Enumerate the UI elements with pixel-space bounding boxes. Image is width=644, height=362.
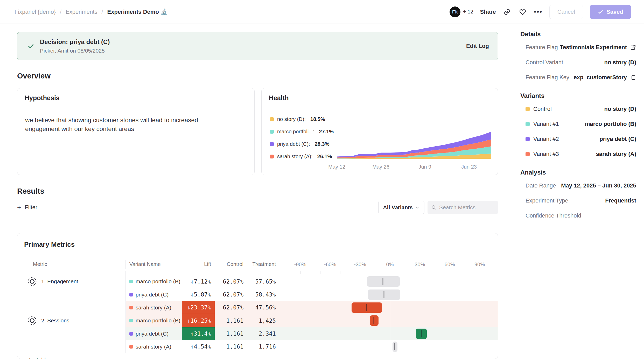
- saved-button[interactable]: Saved: [590, 5, 631, 19]
- confidence-interval-cell: [279, 288, 498, 301]
- link-icon[interactable]: [503, 8, 512, 16]
- metric-target-icon: [27, 277, 37, 286]
- variant-color-dot: [129, 280, 133, 283]
- treatment-value: 1,425: [247, 314, 279, 327]
- add-filter-button[interactable]: + Filter: [17, 204, 37, 211]
- metric-table-row[interactable]: priya debt (C) ↑31.4% 1,161 2,341: [126, 327, 498, 340]
- ci-mean-marker: [366, 304, 367, 311]
- search-metrics-box[interactable]: [428, 201, 498, 214]
- column-lift: Lift: [182, 260, 215, 269]
- health-title: Health: [262, 88, 498, 108]
- column-metric: Metric: [17, 261, 125, 267]
- confidence-interval-cell: [279, 340, 498, 353]
- breadcrumb-current: Experiments Demo 🔬: [107, 9, 168, 15]
- control-value: 62.07%: [215, 275, 247, 288]
- metric-table-row[interactable]: sarah story (A) ↑4.54% 1,161 1,716: [126, 340, 498, 353]
- feature-flag-row: Feature Flag Testimonials Experiment: [520, 40, 636, 55]
- metric-target-icon: [27, 316, 37, 325]
- edit-log-button[interactable]: Edit Log: [466, 43, 489, 49]
- divider: [17, 221, 498, 221]
- ci-mean-marker: [373, 317, 374, 324]
- decision-check-icon: [27, 43, 34, 49]
- check-icon: [598, 9, 603, 15]
- variant-color-dot: [129, 319, 133, 322]
- metric-name[interactable]: 1. Engagement: [17, 275, 125, 288]
- variant-swatch: [526, 122, 530, 126]
- copy-icon[interactable]: [630, 74, 636, 81]
- date-range-row: Date Range May 12, 2025 – Jun 30, 2025: [520, 178, 636, 193]
- lift-axis-labels: -90%-60%-30%0%30%60%90%: [279, 260, 498, 269]
- variant-color-dot: [129, 345, 133, 349]
- variants-dropdown[interactable]: All Variants: [378, 201, 424, 214]
- cancel-button[interactable]: Cancel: [549, 5, 583, 19]
- decision-title: Decision: priya debt (C): [40, 38, 110, 46]
- variant-row-3: Variant #3 sarah story (A): [520, 147, 636, 162]
- legend-swatch: [270, 142, 274, 146]
- collaborator-count[interactable]: + 12: [463, 9, 473, 15]
- column-variant-name: Variant Name: [126, 260, 182, 269]
- overview-heading: Overview: [17, 72, 498, 80]
- variant-swatch: [526, 137, 530, 141]
- control-value: 1,161: [215, 340, 247, 353]
- metric-table-row[interactable]: marco portfolio (B) ↓16.25% 1,161 1,425: [126, 314, 498, 327]
- stacked-area-chart: [337, 130, 491, 162]
- top-header: Fixpanel {demo} / Experiments / Experime…: [0, 0, 644, 24]
- metric-table-row[interactable]: priya debt (C) ↓5.87% 62.07% 58.43%: [126, 288, 498, 301]
- lift-value: ↑4.54%: [182, 340, 215, 353]
- ci-mean-marker: [384, 291, 384, 298]
- lift-axis-ruler: [17, 271, 498, 275]
- metric-table-row[interactable]: marco portfolio (B) ↓7.12% 62.07% 57.65%: [126, 275, 498, 288]
- table-header: Metric Variant Name Lift Control Treatme…: [17, 260, 498, 271]
- primary-metrics-card: Primary Metrics Metric Variant Name Lift…: [17, 233, 498, 359]
- share-button[interactable]: Share: [480, 9, 496, 15]
- ci-mean-marker: [394, 343, 395, 350]
- variant-row-2: Variant #2 priya debt (C): [520, 132, 636, 147]
- confidence-threshold-row: Confidence Threshold: [520, 208, 636, 223]
- confidence-interval-cell: [279, 314, 498, 327]
- search-icon: [431, 204, 437, 211]
- ci-mean-marker: [421, 330, 422, 337]
- experiment-type-row: Experiment Type Frequentist: [520, 193, 636, 208]
- health-chart: May 12May 26Jun 9Jun 23: [339, 108, 498, 175]
- column-control: Control: [215, 260, 247, 269]
- confidence-interval-cell: [279, 301, 498, 314]
- metric-name[interactable]: 2. Sessions: [17, 314, 125, 327]
- chevron-down-icon: [415, 205, 419, 209]
- breadcrumb-experiments[interactable]: Experiments: [66, 9, 97, 15]
- treatment-value: 1,716: [247, 340, 279, 353]
- decision-banner: Decision: priya debt (C) Picker, Amit on…: [17, 32, 498, 60]
- more-options-icon[interactable]: •••: [534, 8, 543, 16]
- analysis-heading: Analysis: [520, 169, 636, 176]
- variant-row-1: Variant #1 marco portfolio (B): [520, 117, 636, 132]
- breadcrumb-project[interactable]: Fixpanel {demo}: [15, 9, 56, 15]
- search-metrics-input[interactable]: [439, 204, 494, 211]
- variant-swatch: [526, 152, 530, 156]
- favorite-heart-icon[interactable]: [518, 8, 527, 16]
- external-link-icon[interactable]: [630, 44, 636, 50]
- primary-metrics-title: Primary Metrics: [17, 233, 498, 256]
- control-value: 62.07%: [215, 288, 247, 301]
- metric-group-sessions: 2. Sessions marco portfolio (B) ↓16.25% …: [17, 314, 498, 353]
- lift-value: ↑31.4%: [182, 327, 215, 340]
- legend-item: marco portfoli...:27.1%: [270, 129, 339, 135]
- plus-icon: +: [28, 357, 32, 359]
- breadcrumb: Fixpanel {demo} / Experiments / Experime…: [15, 9, 167, 15]
- main-content: Decision: priya debt (C) Picker, Amit on…: [0, 24, 517, 362]
- avatar[interactable]: Fk: [450, 6, 460, 17]
- confidence-interval-cell: [279, 327, 498, 340]
- hypothesis-body: we believe that showing customer stories…: [17, 108, 240, 141]
- control-value: 1,161: [215, 314, 247, 327]
- ci-bar: [370, 315, 379, 326]
- hypothesis-card: Hypothesis we believe that showing custo…: [17, 88, 255, 175]
- results-heading: Results: [17, 187, 498, 196]
- lift-value: ↓16.25%: [182, 314, 215, 327]
- add-metric-button[interactable]: + Add: [17, 353, 498, 359]
- treatment-value: 58.43%: [247, 288, 279, 301]
- treatment-value: 47.56%: [247, 301, 279, 314]
- ci-bar: [393, 342, 397, 352]
- metric-table-row[interactable]: sarah story (A) ↓23.37% 62.07% 47.56%: [126, 301, 498, 314]
- breadcrumb-separator: /: [101, 9, 103, 15]
- lift-value: ↓7.12%: [182, 275, 215, 288]
- variant-color-dot: [129, 293, 133, 296]
- details-sidebar: Details Feature Flag Testimonials Experi…: [517, 24, 644, 362]
